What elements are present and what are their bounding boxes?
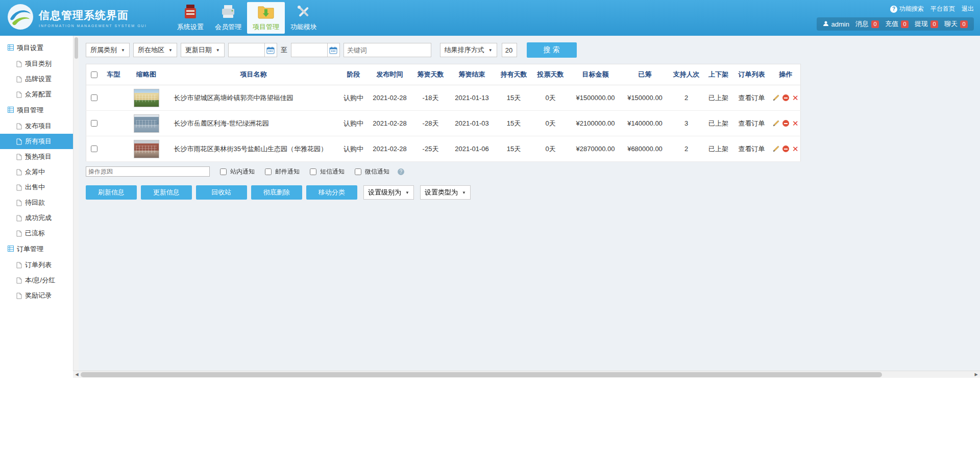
edit-icon[interactable] <box>773 145 779 152</box>
sort-label: 结果排序方式 <box>445 45 484 55</box>
set-type-select[interactable]: 设置类型为 ▼ <box>420 185 471 200</box>
edit-icon[interactable] <box>773 94 779 101</box>
recharge-stat[interactable]: 充值 0 <box>885 19 909 29</box>
sidebar-item-failed-bid[interactable]: 已流标 <box>0 226 73 241</box>
disable-icon[interactable] <box>782 94 789 101</box>
date-to-input[interactable] <box>291 43 328 57</box>
chat-stat[interactable]: 聊天 0 <box>944 19 968 29</box>
filter-update-date-select[interactable]: 更新日期 ▼ <box>181 43 225 57</box>
sidebar-item-label: 所有项目 <box>25 137 52 146</box>
edit-icon[interactable] <box>773 120 779 127</box>
scroll-left-arrow-icon[interactable]: ◀ <box>73 372 81 377</box>
sidebar-item-crowdfund-config[interactable]: 众筹配置 <box>0 87 73 102</box>
sidebar-item-crowdfunding[interactable]: 众筹中 <box>0 164 73 180</box>
calendar-icon[interactable] <box>265 43 277 57</box>
nav-item-member-management[interactable]: 会员管理 <box>209 2 247 34</box>
nav-item-project-management[interactable]: 项目管理 <box>247 2 285 34</box>
disable-icon[interactable] <box>782 145 789 152</box>
quick-links: ? 功能搜索 平台首页 退出 <box>890 5 974 13</box>
sidebar-section-project-management[interactable]: 项目管理 <box>0 102 73 118</box>
grid-icon <box>8 44 14 52</box>
sidebar-item-reward-records[interactable]: 奖励记录 <box>0 288 73 303</box>
row-checkbox[interactable] <box>91 120 97 127</box>
notify-wechat-checkbox[interactable] <box>355 168 361 175</box>
nav-item-system-settings[interactable]: 系统设置 <box>172 2 209 34</box>
set-level-select[interactable]: 设置级别为 ▼ <box>363 185 414 200</box>
notify-site-checkbox[interactable] <box>220 168 227 175</box>
sidebar-item-project-category[interactable]: 项目类别 <box>0 56 73 71</box>
delete-icon[interactable]: ✕ <box>792 145 799 153</box>
notify-email-option[interactable]: 邮件通知 <box>263 167 300 177</box>
search-button[interactable]: 搜 索 <box>527 42 577 58</box>
question-icon: ? <box>890 6 897 13</box>
target-amount-cell: ¥2870000.00 <box>569 136 622 162</box>
keyword-input[interactable] <box>344 43 431 57</box>
sort-select[interactable]: 结果排序方式 ▼ <box>440 43 497 57</box>
row-checkbox[interactable] <box>91 94 97 101</box>
scroll-right-arrow-icon[interactable]: ▶ <box>972 372 980 377</box>
notify-wechat-label: 微信通知 <box>365 167 389 176</box>
vertical-scrollbar-thumb[interactable] <box>75 37 78 59</box>
notify-site-option[interactable]: 站内通知 <box>218 167 255 177</box>
help-icon[interactable]: ? <box>398 168 404 175</box>
date-from-input[interactable] <box>228 43 265 57</box>
sidebar-section-project-settings[interactable]: 项目设置 <box>0 40 73 56</box>
sidebar-item-publish-project[interactable]: 发布项目 <box>0 118 73 134</box>
sidebar-item-brand-settings[interactable]: 品牌设置 <box>0 71 73 87</box>
messages-stat[interactable]: 消息 0 <box>855 19 879 29</box>
sidebar-item-pending-repayment[interactable]: 待回款 <box>0 195 73 210</box>
page-size-input[interactable] <box>502 43 517 57</box>
sidebar-section-order-management[interactable]: 订单管理 <box>0 241 73 257</box>
notify-wechat-option[interactable]: 微信通知 <box>353 167 389 177</box>
disable-icon[interactable] <box>782 120 789 127</box>
caret-down-icon: ▼ <box>121 48 125 53</box>
delete-icon[interactable]: ✕ <box>792 119 799 127</box>
sidebar-item-label: 发布项目 <box>25 121 52 131</box>
sidebar-item-label: 出售中 <box>25 183 45 192</box>
view-orders-link[interactable]: 查看订单 <box>732 85 771 111</box>
withdraw-stat[interactable]: 提现 0 <box>915 19 938 29</box>
supporters-cell: 2 <box>668 136 705 162</box>
table-row: 长沙市望城区高塘岭镇郭亮中路望福佳园 认购中 2021-02-28 -18天 2… <box>86 85 801 111</box>
sidebar-item-order-list[interactable]: 订单列表 <box>0 257 73 273</box>
set-type-label: 设置类型为 <box>425 188 458 197</box>
recycle-bin-button[interactable]: 回收站 <box>196 185 247 200</box>
sidebar-item-all-projects[interactable]: 所有项目 <box>0 134 73 149</box>
refresh-info-button[interactable]: 刷新信息 <box>86 185 137 200</box>
app-subtitle: INFORMATION MANAGEMENT SYSTEM GUI <box>39 24 147 28</box>
update-info-button[interactable]: 更新信息 <box>141 185 192 200</box>
calendar-icon[interactable] <box>328 43 340 57</box>
sidebar-item-principal-interest-dividend[interactable]: 本/息/分红 <box>0 273 73 288</box>
row-checkbox[interactable] <box>91 145 97 152</box>
sidebar-item-completed[interactable]: 成功完成 <box>0 210 73 226</box>
nav-item-function-modules[interactable]: 功能模块 <box>285 2 323 34</box>
column-header: 持有天数 <box>496 64 532 85</box>
filter-category-select[interactable]: 所属类别 ▼ <box>86 43 130 57</box>
view-orders-link[interactable]: 查看订单 <box>732 111 771 136</box>
notify-email-checkbox[interactable] <box>265 168 272 175</box>
horizontal-scrollbar[interactable]: ◀ ▶ <box>73 371 980 378</box>
column-header: 项目名称 <box>167 64 340 85</box>
delete-forever-button[interactable]: 彻底删除 <box>251 185 302 200</box>
function-search-link[interactable]: 功能搜索 <box>899 5 924 13</box>
current-user[interactable]: admin <box>823 20 849 28</box>
caret-down-icon: ▼ <box>216 48 220 53</box>
platform-home-link[interactable]: 平台首页 <box>930 5 955 13</box>
vertical-scrollbar[interactable] <box>73 36 79 371</box>
select-all-checkbox[interactable] <box>91 71 97 78</box>
delete-icon[interactable]: ✕ <box>792 94 799 102</box>
move-category-button[interactable]: 移动分类 <box>306 185 357 200</box>
recharge-badge: 0 <box>901 20 909 28</box>
notify-sms-option[interactable]: 短信通知 <box>308 167 345 177</box>
logout-link[interactable]: 退出 <box>962 5 974 13</box>
row-select-cell <box>86 85 102 111</box>
sidebar-item-on-sale[interactable]: 出售中 <box>0 180 73 195</box>
filter-region-select[interactable]: 所在地区 ▼ <box>133 43 177 57</box>
reason-textarea[interactable] <box>86 166 210 177</box>
view-orders-link[interactable]: 查看订单 <box>732 136 771 162</box>
horizontal-scrollbar-thumb[interactable] <box>81 372 882 377</box>
stage-cell: 认购中 <box>340 136 367 162</box>
notify-sms-checkbox[interactable] <box>310 168 316 175</box>
vehicle-cell <box>102 85 126 111</box>
sidebar-item-preheat-projects[interactable]: 预热项目 <box>0 149 73 164</box>
